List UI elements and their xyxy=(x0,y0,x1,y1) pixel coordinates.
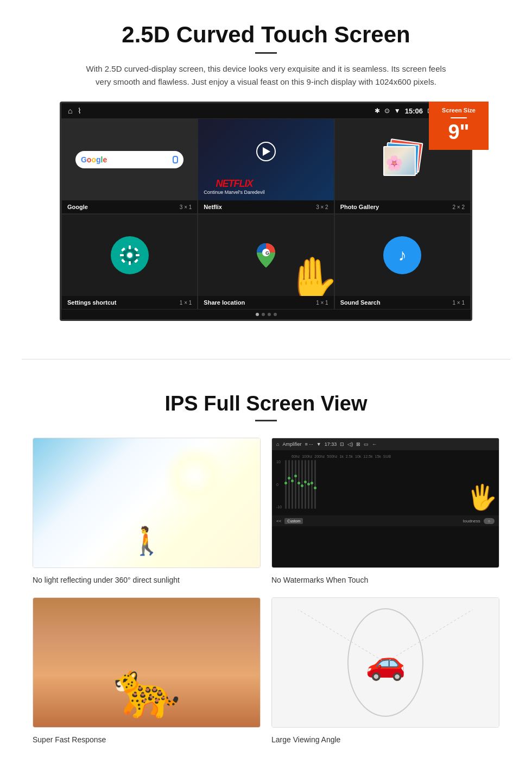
share-location-label: Share location 1 × 1 xyxy=(198,296,333,309)
dot-3[interactable] xyxy=(268,313,271,316)
photo-flower: 🌸 xyxy=(385,155,403,172)
netflix-play-button[interactable] xyxy=(256,142,276,161)
sun-glow xyxy=(162,444,227,509)
sound-app-size: 1 × 1 xyxy=(452,300,465,306)
svg-point-10 xyxy=(127,253,132,258)
sound-search-label: Sound Search 1 × 1 xyxy=(335,296,470,309)
settings-cell-bg xyxy=(62,215,197,296)
amp-freq-label: 1k xyxy=(339,455,343,458)
photo-card-3: 🌸 xyxy=(383,146,416,176)
amp-freq-label: 500hz xyxy=(327,455,337,458)
cheetah-label: Super Fast Response xyxy=(33,733,261,746)
amp-wifi: ▼ xyxy=(316,441,321,447)
amplifier-image: ⌂ Amplifier ≡ ··· ▼ 17:33 ⊡ ◁) ⊠ ▭ ← 60h… xyxy=(271,438,499,568)
sound-app-name: Sound Search xyxy=(340,299,381,306)
badge-size: 9" xyxy=(433,122,484,142)
status-bar-left: ⌂ ⌇ xyxy=(68,106,81,115)
sound-search-top: ♪ xyxy=(335,215,470,296)
dot-1[interactable] xyxy=(256,313,259,316)
svg-rect-4 xyxy=(136,254,140,256)
maps-icon: G xyxy=(252,241,280,270)
amp-vol: ◁) xyxy=(347,441,353,447)
google-cell-bg: Google xyxy=(62,119,197,200)
photo-app-name: Photo Gallery xyxy=(340,204,379,210)
title-divider xyxy=(255,52,277,54)
gear-icon xyxy=(119,244,141,266)
cheetah-emoji: 🐆 xyxy=(113,658,181,722)
settings-icon-wrap xyxy=(111,236,149,274)
google-app-name: Google xyxy=(67,204,88,210)
photo-gallery-label: Photo Gallery 2 × 2 xyxy=(335,200,470,213)
share-cell-bg: G 🤚 xyxy=(198,215,333,296)
amp-freq-label: 15k xyxy=(375,455,381,458)
amp-db-label: -10 xyxy=(276,505,282,509)
amp-toggle[interactable]: ○ xyxy=(484,518,495,524)
sunlight-label: No light reflecting under 360° direct su… xyxy=(33,573,261,586)
ips-title-divider xyxy=(255,420,277,421)
amp-freq-label: 12.5k xyxy=(363,455,372,458)
netflix-cell-label: Netflix 3 × 2 xyxy=(198,200,333,213)
badge-divider xyxy=(451,117,467,118)
amp-freq-label: 200hz xyxy=(314,455,325,458)
google-cell-label: Google 3 × 1 xyxy=(62,200,197,213)
amp-loudness-label: loudness xyxy=(463,519,480,523)
svg-rect-3 xyxy=(120,254,124,256)
usb-icon: ⌇ xyxy=(78,106,81,115)
settings-shortcut-cell[interactable]: Settings shortcut 1 × 1 xyxy=(61,214,198,310)
amp-freq-label: 10k xyxy=(355,455,361,458)
sound-search-cell[interactable]: ♪ Sound Search 1 × 1 xyxy=(334,214,471,310)
settings-cell-label: Settings shortcut 1 × 1 xyxy=(62,296,197,309)
settings-shortcut-top xyxy=(62,215,197,296)
share-location-cell[interactable]: G 🤚 Share location 1 × 1 xyxy=(198,214,334,310)
netflix-app-size: 3 × 2 xyxy=(316,204,328,210)
section-divider xyxy=(22,359,510,359)
play-triangle xyxy=(263,147,270,156)
settings-app-size: 1 × 1 xyxy=(180,300,192,306)
feature-cheetah: 🐆 Super Fast Response xyxy=(33,597,261,746)
ips-title: IPS Full Screen View xyxy=(33,392,499,415)
car-bg: 🚗 xyxy=(272,598,499,727)
amp-freq-label: SUB xyxy=(383,455,391,458)
svg-rect-2 xyxy=(129,261,131,265)
app-grid: Google Google 3 × 1 xyxy=(61,118,471,310)
dot-2[interactable] xyxy=(262,313,265,316)
screen-size-badge: Screen Size 9" xyxy=(429,102,489,150)
netflix-bg: NETFLIX Continue Marvel's Daredevil xyxy=(198,119,333,200)
badge-label: Screen Size xyxy=(433,107,484,114)
amp-body: 60hz 100hz 200hz 500hz 1k 2.5k 10k 12.5k… xyxy=(272,450,499,513)
feature-watermark: ⌂ Amplifier ≡ ··· ▼ 17:33 ⊡ ◁) ⊠ ▭ ← 60h… xyxy=(271,438,499,586)
cheetah-bg: 🐆 xyxy=(33,598,260,727)
status-bar: ⌂ ⌇ ✱ ⊙ ▼ 15:06 ⊡ ◁) ⊠ ▭ xyxy=(61,103,471,118)
netflix-logo: NETFLIX xyxy=(204,178,264,190)
amp-home: ⌂ xyxy=(276,441,279,447)
svg-rect-1 xyxy=(129,245,131,249)
car-label: Large Viewing Angle xyxy=(271,733,499,746)
feature-grid: 🚶 No light reflecting under 360° direct … xyxy=(33,438,499,746)
sunlight-image: 🚶 xyxy=(33,438,261,568)
cheetah-image: 🐆 xyxy=(33,597,261,728)
car-top-view-icon: 🚗 xyxy=(365,644,406,682)
amp-freq-label: 100hz xyxy=(302,455,312,458)
svg-text:G: G xyxy=(265,250,269,256)
google-app-top: Google xyxy=(62,119,197,200)
amp-back: ← xyxy=(372,441,377,447)
amp-custom-btn[interactable]: Custom xyxy=(284,518,303,524)
car-circle: 🚗 xyxy=(347,608,423,717)
home-icon[interactable]: ⌂ xyxy=(68,106,72,115)
google-search-bar[interactable]: Google xyxy=(75,151,183,168)
amp-footer: << Custom loudness ○ xyxy=(272,515,499,526)
google-app-cell[interactable]: Google Google 3 × 1 xyxy=(61,118,198,214)
curved-section: 2.5D Curved Touch Screen With 2.5D curve… xyxy=(0,0,532,337)
netflix-app-top: NETFLIX Continue Marvel's Daredevil xyxy=(198,119,333,200)
netflix-subtitle: Continue Marvel's Daredevil xyxy=(204,190,264,195)
curved-description: With 2.5D curved-display screen, this de… xyxy=(81,62,451,89)
netflix-app-name: Netflix xyxy=(204,204,222,210)
amp-prev: << xyxy=(276,519,281,523)
sound-cell-bg: ♪ xyxy=(335,215,470,296)
netflix-app-cell[interactable]: NETFLIX Continue Marvel's Daredevil Netf… xyxy=(198,118,334,214)
mic-icon[interactable] xyxy=(173,156,178,163)
hand-gesture: 🤚 xyxy=(285,258,334,296)
google-app-size: 3 × 1 xyxy=(180,204,192,210)
status-time: 15:06 xyxy=(405,107,423,115)
dot-4[interactable] xyxy=(274,313,277,316)
